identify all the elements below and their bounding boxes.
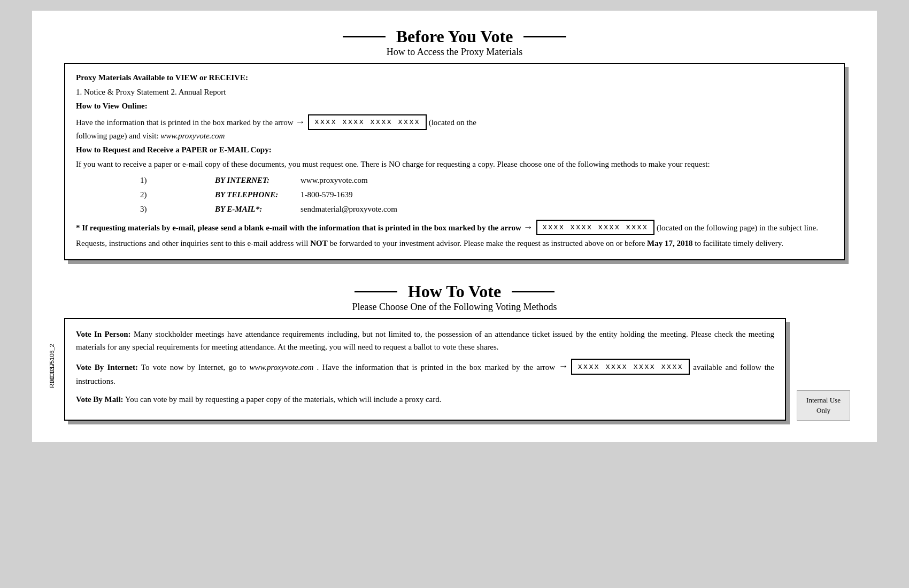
how-to-vote-title-block: How To Vote Please Choose One of the Fol… xyxy=(64,282,845,313)
right-dash-2 xyxy=(512,291,554,292)
how-to-vote-section: How To Vote Please Choose One of the Fol… xyxy=(64,282,845,421)
method-internet: 1) BY INTERNET: www.proxyvote.com xyxy=(140,173,833,188)
method-email: 3) BY E-MAIL*: sendmaterial@proxyvote.co… xyxy=(140,202,833,216)
how-to-vote-subtitle: Please Choose One of the Following Votin… xyxy=(64,301,845,313)
code-box-1: xxxx xxxx xxxx xxxx xyxy=(308,114,427,130)
code-box-3: xxxx xxxx xxxx xxxx xyxy=(571,359,690,375)
vote-in-person: Vote In Person: Many stockholder meeting… xyxy=(76,328,774,353)
before-vote-title-block: Before You Vote How to Access the Proxy … xyxy=(64,27,845,58)
paper-email-header: How to Request and Receive a PAPER or E-… xyxy=(76,144,833,156)
arrow-code-box-1: → xxxx xxxx xxxx xxxx xyxy=(295,114,427,130)
vote-by-internet: Vote By Internet: To vote now by Interne… xyxy=(76,359,774,388)
view-online-text: Have the information that is printed in … xyxy=(76,114,833,142)
request-methods: 1) BY INTERNET: www.proxyvote.com 2) BY … xyxy=(140,173,833,216)
method-telephone: 2) BY TELEPHONE: 1-800-579-1639 xyxy=(140,188,833,202)
right-dash xyxy=(523,36,566,37)
arrow-code-box-2: → xxxx xxxx xxxx xxxx xyxy=(523,220,655,235)
internal-use-box: Internal Use Only xyxy=(797,390,850,421)
arrow-code-box-3: → xxxx xxxx xxxx xxxx xyxy=(558,359,690,375)
footnote-text: * If requesting materials by e-mail, ple… xyxy=(76,220,833,235)
how-to-vote-heading: How To Vote xyxy=(64,282,845,301)
before-vote-heading: Before You Vote xyxy=(64,27,845,47)
code-box-2: xxxx xxxx xxxx xxxx xyxy=(536,220,655,235)
proxy-items: 1. Notice & Proxy Statement 2. Annual Re… xyxy=(76,86,833,98)
left-dash xyxy=(343,36,386,37)
before-vote-subtitle: How to Access the Proxy Materials xyxy=(64,47,845,58)
vertical-label-2: R1.0.1.17 xyxy=(49,362,55,388)
vote-methods-box: Vote In Person: Many stockholder meeting… xyxy=(64,318,786,421)
proxy-materials-header: Proxy Materials Available to VIEW or REC… xyxy=(76,72,833,84)
vote-by-mail: Vote By Mail: You can vote by mail by re… xyxy=(76,393,774,406)
paper-email-text: If you want to receive a paper or e-mail… xyxy=(76,158,833,171)
view-online-header: How to View Online: xyxy=(76,100,833,112)
proxy-materials-box: Proxy Materials Available to VIEW or REC… xyxy=(64,63,845,260)
not-forwarded-text: Requests, instructions and other inquiri… xyxy=(76,237,833,250)
left-dash-2 xyxy=(355,291,397,292)
